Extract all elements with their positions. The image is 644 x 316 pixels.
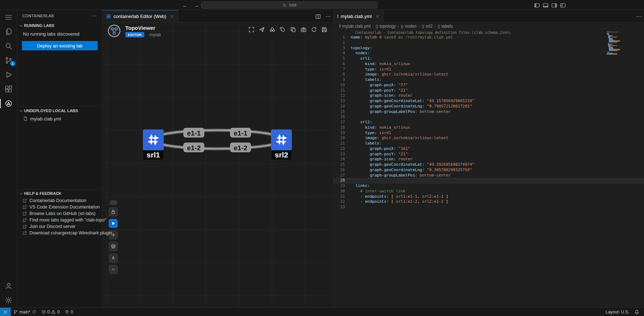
canvas-tool-letter-a[interactable]: A — [109, 253, 118, 262]
activity-item-explorer[interactable] — [0, 24, 17, 39]
edge-label[interactable]: e1-1 — [230, 128, 251, 138]
code-line-19[interactable]: 19 type: ixrd1 — [333, 130, 644, 136]
lab-file-item[interactable]: mylab.clab.yml — [17, 115, 102, 123]
layout-panel-icon[interactable] — [542, 2, 549, 8]
code-line-9[interactable]: 9 labels: — [333, 77, 644, 83]
activity-item-settings[interactable] — [0, 293, 17, 307]
activity-item-account[interactable] — [0, 279, 17, 293]
layout-right-icon[interactable] — [551, 2, 557, 8]
code-line-30[interactable]: 30 # inter-switch link — [333, 189, 644, 194]
send-icon[interactable] — [258, 26, 265, 33]
code-line-22[interactable]: 22 graph-posX: "161" — [333, 146, 644, 152]
help-link[interactable]: Join our Discord server — [17, 223, 102, 230]
canvas-tool-play[interactable] — [109, 219, 118, 228]
yaml-code-editor[interactable]: Containerlab - Containerlab topology def… — [333, 30, 644, 307]
code-line-11[interactable]: 11 graph-posY: "21" — [333, 88, 644, 93]
breadcrumb-item[interactable]: {}srl2 — [421, 24, 433, 29]
notifications-bell[interactable] — [632, 310, 642, 315]
topology-canvas[interactable]: TopoViewer EDITOR · mylab srl1srl2 e1-1e… — [102, 23, 333, 307]
code-line-14[interactable]: 14 graph-geoCoordinateLng: "9.7905721206… — [333, 104, 644, 109]
nav-forward-icon[interactable]: → — [193, 2, 199, 8]
help-link[interactable]: Download cshargextcap Wireshark plugin — [17, 230, 102, 236]
code-line-5[interactable]: 5 srl1: — [333, 56, 644, 61]
topology-node-srl2[interactable] — [271, 129, 292, 150]
remote-indicator[interactable] — [0, 308, 11, 316]
activity-item-containerlab[interactable] — [0, 96, 17, 111]
code-line-1[interactable]: 1name: mylab # saved as /root/mylab.clab… — [333, 35, 644, 40]
canvas-tool-chevron-up[interactable] — [109, 265, 118, 274]
sidebar-more-icon[interactable] — [92, 13, 97, 19]
code-line-21[interactable]: 21 labels: — [333, 141, 644, 146]
code-line-27[interactable]: 27 graph-groupLabelPos: bottom-center — [333, 173, 644, 178]
split-editor-icon[interactable] — [315, 14, 321, 19]
code-line-12[interactable]: 12 graph-icon: router — [333, 93, 644, 99]
close-icon[interactable] — [375, 14, 380, 19]
edge-label[interactable]: e1-2 — [183, 143, 204, 152]
code-line-8[interactable]: 8 image: ghcr.io/nokia/srlinux:latest — [333, 72, 644, 77]
fullscreen-icon[interactable] — [248, 26, 255, 33]
edge-label[interactable]: e1-1 — [183, 128, 204, 138]
copy-icon[interactable] — [290, 26, 296, 33]
tag-icon[interactable] — [279, 26, 286, 33]
activity-item-run-debug[interactable] — [0, 68, 17, 82]
keyboard-layout-status[interactable]: Layout: U.S. — [603, 310, 632, 315]
topology-node-srl1[interactable] — [143, 129, 164, 150]
code-line-20[interactable]: 20 image: ghcr.io/nokia/srlinux:latest — [333, 136, 644, 141]
tab-mylab-clab-yml[interactable]: ! mylab.clab.yml — [333, 10, 384, 22]
canvas-tool-layers[interactable] — [109, 242, 118, 251]
code-line-10[interactable]: 10 graph-posX: "77" — [333, 83, 644, 88]
code-line-4[interactable]: 4 nodes: — [333, 51, 644, 56]
branch-status[interactable]: main* — [11, 308, 39, 316]
code-line-26[interactable]: 26 graph-geoCoordinateLng: "9.3057882993… — [333, 168, 644, 173]
code-line-18[interactable]: 18 kind: nokia_srlinux — [333, 125, 644, 130]
code-line-31[interactable]: 31 - endpoints: [ srl1:e1-1, srl2:e1-1 ] — [333, 194, 644, 200]
help-link[interactable]: Containerlab Documentation — [17, 197, 102, 204]
code-line-28[interactable]: 28 — [333, 178, 644, 183]
more-actions-icon[interactable] — [325, 14, 331, 19]
code-line-29[interactable]: 29 links: — [333, 183, 644, 189]
code-line-25[interactable]: 25 graph-geoCoordinateLat: "49.292695698… — [333, 162, 644, 168]
tab-containerlab-editor[interactable]: containerlab Editor (Web) — [102, 10, 178, 22]
nav-back-icon[interactable]: ← — [182, 2, 188, 8]
refresh-icon[interactable] — [311, 26, 317, 33]
code-line-13[interactable]: 13 graph-geoCoordinateLat: "49.157856929… — [333, 99, 644, 104]
code-line-33[interactable]: 33 — [333, 205, 644, 210]
code-line-24[interactable]: 24 graph-icon: router — [333, 157, 644, 162]
more-actions-icon[interactable] — [636, 14, 642, 19]
running-labs-header[interactable]: RUNNING LABS — [17, 22, 102, 29]
code-line-15[interactable]: 15 graph-groupLabelPos: bottom-center — [333, 109, 644, 115]
layout-custom-icon[interactable] — [560, 2, 566, 8]
canvas-tool-lock[interactable] — [109, 207, 118, 216]
help-link[interactable]: Find more labs tagged with "clab-topo" — [17, 217, 102, 223]
undeployed-labs-header[interactable]: UNDEPLOYED LOCAL LABS — [17, 107, 102, 115]
breadcrumb-item[interactable]: {}nodes — [401, 24, 416, 29]
activity-item-search[interactable] — [0, 39, 17, 53]
activity-item-source-control[interactable]: 1 — [0, 53, 17, 68]
save-icon[interactable] — [321, 26, 327, 33]
minimap[interactable] — [607, 32, 629, 55]
help-link[interactable]: VS Code Extension Documentation — [17, 204, 102, 210]
toolbar-drag-handle[interactable] — [109, 200, 117, 205]
code-line-2[interactable]: 2 — [333, 40, 644, 46]
code-line-7[interactable]: 7 type: ixrd1 — [333, 67, 644, 72]
edge-label[interactable]: e1-2 — [230, 143, 251, 152]
code-line-3[interactable]: 3topology: — [333, 46, 644, 51]
code-line-32[interactable]: 32 - endpoints: [ srl1:e1-2, srl2:e1-2 ] — [333, 199, 644, 205]
layout-left-icon[interactable] — [534, 2, 540, 8]
breadcrumb-item[interactable]: {}labels — [438, 24, 453, 29]
help-link[interactable]: Browse Labs on GitHub (srl-labs) — [17, 210, 102, 217]
ports-status[interactable]: 0 — [62, 308, 76, 316]
breadcrumb-item[interactable]: !mylab.clab.yml — [339, 24, 370, 29]
breadcrumb-item[interactable]: {}topology — [375, 24, 396, 29]
close-icon[interactable] — [170, 14, 174, 19]
camera-icon[interactable] — [300, 26, 307, 33]
code-line-16[interactable]: 16 — [333, 114, 644, 120]
problems-status[interactable]: 0 0 — [39, 308, 62, 316]
code-line-17[interactable]: 17 srl2: — [333, 120, 644, 125]
help-feedback-header[interactable]: HELP & FEEDBACK — [17, 189, 102, 197]
deploy-lab-button[interactable]: Deploy an existing lab — [22, 41, 98, 50]
code-line-23[interactable]: 23 graph-posY: "21" — [333, 152, 644, 157]
code-line-6[interactable]: 6 kind: nokia_srlinux — [333, 61, 644, 67]
activity-item-extensions[interactable] — [0, 82, 17, 96]
command-center[interactable]: root — [201, 1, 378, 9]
